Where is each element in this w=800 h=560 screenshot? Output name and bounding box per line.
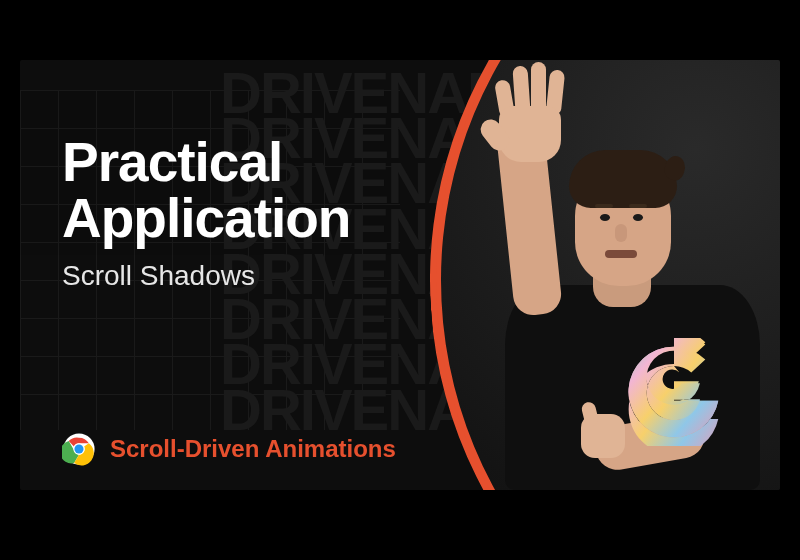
title-block: Practical Application Scroll Shadows [62,134,350,292]
subtitle: Scroll Shadows [62,260,350,292]
presenter-eye-right [633,214,643,221]
google-g-logo-icon [620,338,728,446]
title-line-2: Application [62,190,350,246]
video-thumbnail-frame: DRIVENAN DRIVENAN DRIVENAN DRIVENAN DRIV… [0,0,800,560]
presenter-eyebrow-left [595,204,613,208]
presenter-eye-left [600,214,610,221]
presenter-nose [615,224,627,242]
presenter-raised-hand [483,60,578,163]
palm [499,106,561,162]
presenter-lower-hand [581,414,625,458]
presenter-hair [569,150,677,208]
thumbnail-card[interactable]: DRIVENAN DRIVENAN DRIVENAN DRIVENAN DRIV… [20,60,780,490]
presenter-figure [465,90,775,485]
chrome-icon [62,432,96,466]
svg-point-2 [74,444,83,453]
presenter-eyebrow-right [629,204,647,208]
presenter-mouth [605,250,637,258]
series-footer: Scroll-Driven Animations [62,432,396,466]
title-line-1: Practical [62,134,350,190]
series-label: Scroll-Driven Animations [110,435,396,463]
